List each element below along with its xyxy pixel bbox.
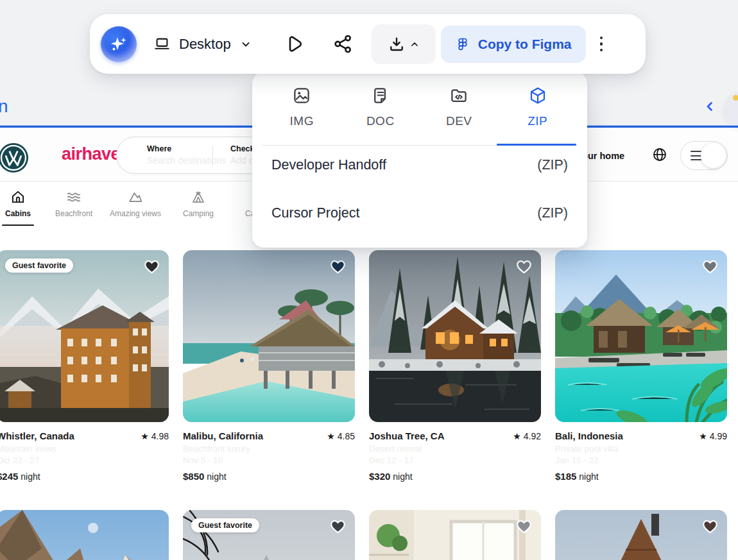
globe-icon <box>652 147 667 162</box>
menu-item-cursor-project[interactable]: Cursor Project (ZIP) <box>271 205 568 221</box>
listing-subtitle: Beachfront luxury <box>183 444 355 454</box>
language-globe-button[interactable] <box>652 147 667 165</box>
ai-assistant-button[interactable] <box>101 26 137 62</box>
listing-photo[interactable] <box>555 510 727 560</box>
listing-dates: Jan 15 - 22 <box>555 455 727 465</box>
listing-photo[interactable]: Guest favorite <box>0 250 169 422</box>
listing-subtitle: Mountain views <box>0 444 169 454</box>
device-label: Desktop <box>179 36 231 53</box>
photo-mountain-hotel <box>0 250 169 422</box>
export-tabs: IMG DOC DEV <box>262 86 577 128</box>
photo-pool-villa <box>555 250 727 422</box>
image-icon <box>292 86 311 105</box>
menu-item-format: (ZIP) <box>537 205 568 221</box>
listing-card[interactable] <box>555 510 727 560</box>
listing-card[interactable]: Guest favorite <box>183 510 355 560</box>
tab-zip[interactable]: ZIP <box>499 86 578 128</box>
share-button[interactable] <box>332 33 354 55</box>
listing-photo[interactable] <box>369 250 541 422</box>
export-dropdown: IMG DOC DEV <box>252 72 587 248</box>
category-camping[interactable]: Camping <box>179 189 218 218</box>
cabin-icon <box>10 189 26 205</box>
hamburger-icon <box>691 151 701 164</box>
category-cabins[interactable]: Cabins <box>2 189 34 218</box>
tab-dev[interactable]: DEV <box>420 86 499 128</box>
menu-item-developer-handoff[interactable]: Developer Handoff (ZIP) <box>271 157 568 173</box>
search-where-segment[interactable]: Where Search destinations <box>147 144 226 165</box>
chevron-down-icon <box>239 38 252 51</box>
listing-card[interactable] <box>369 510 541 560</box>
category-label: Camping <box>179 209 218 218</box>
listing-subtitle: Desert retreat <box>369 444 541 454</box>
listing-meta: Bali, Indonesia ★ 4.99 Private pool vill… <box>555 422 727 482</box>
star-icon: ★ <box>327 431 335 441</box>
tent-icon <box>190 189 207 205</box>
listing-meta: Joshua Tree, CA ★ 4.92 Desert retreat De… <box>369 422 541 482</box>
listing-photo[interactable] <box>0 510 169 560</box>
guest-favorite-badge: Guest favorite <box>191 518 259 532</box>
chevron-left-icon <box>702 99 717 114</box>
edge-floating-dot-icon <box>733 95 738 101</box>
overlay-toolbar: Desktop <box>90 14 646 74</box>
copy-to-figma-button[interactable]: Copy to Figma <box>441 26 586 63</box>
listing-dates: Oct 22 - 27 <box>0 455 169 465</box>
active-tab-underline <box>497 144 576 146</box>
listing-card[interactable] <box>0 510 169 560</box>
screenshot-canvas: n airhaven Where Search destinations Che… <box>0 0 738 560</box>
tab-img[interactable]: IMG <box>262 86 341 128</box>
figma-icon <box>455 37 470 52</box>
heart-icon[interactable] <box>701 518 719 535</box>
heart-icon[interactable] <box>329 518 347 535</box>
listing-price: $245 night <box>0 471 169 482</box>
category-label: Beachfront <box>53 209 95 218</box>
tab-doc[interactable]: DOC <box>341 86 420 128</box>
brand-logo-icon[interactable] <box>0 143 28 173</box>
heart-icon[interactable] <box>143 258 160 275</box>
sparkle-icon <box>108 33 130 55</box>
copy-to-figma-label: Copy to Figma <box>478 37 572 52</box>
listing-photo[interactable] <box>555 250 727 422</box>
download-icon <box>388 35 406 53</box>
listing-meta: Whistler, Canada ★ 4.98 Mountain views O… <box>0 422 169 482</box>
heart-icon[interactable] <box>329 258 347 275</box>
listing-photo[interactable] <box>183 250 355 422</box>
listing-card[interactable]: Bali, Indonesia ★ 4.99 Private pool vill… <box>555 250 727 482</box>
category-amazing-views[interactable]: Amazing views <box>108 189 163 218</box>
listing-title: Malibu, California <box>183 430 263 441</box>
photo-snowy-lodge <box>369 250 541 422</box>
more-options-button[interactable] <box>600 37 603 52</box>
listing-card[interactable]: Joshua Tree, CA ★ 4.92 Desert retreat De… <box>369 250 541 482</box>
listing-title: Whistler, Canada <box>0 430 74 441</box>
heart-icon[interactable] <box>515 258 533 275</box>
heart-icon[interactable] <box>701 258 719 275</box>
category-label: Cabins <box>2 209 34 218</box>
listing-subtitle: Private pool villa <box>555 444 727 454</box>
listing-rating: ★ 4.85 <box>327 431 355 441</box>
cube-icon <box>528 86 547 105</box>
guest-favorite-badge: Guest favorite <box>5 259 73 273</box>
download-button[interactable] <box>372 24 436 64</box>
preview-button[interactable] <box>283 33 304 55</box>
avatar <box>701 143 726 168</box>
search-divider <box>212 146 213 165</box>
listing-card[interactable]: Guest favorite Whistler, Canada ★ 4.98 M… <box>0 250 169 482</box>
menu-item-label: Cursor Project <box>271 205 359 221</box>
laptop-icon <box>153 35 171 53</box>
listing-card[interactable]: Malibu, California ★ 4.85 Beachfront lux… <box>183 250 355 482</box>
user-menu-button[interactable] <box>680 141 728 170</box>
photo-beach-hut <box>183 250 355 422</box>
tab-label: DOC <box>341 114 420 128</box>
listing-dates: Nov 5 - 10 <box>183 455 355 465</box>
listing-photo[interactable] <box>369 510 541 560</box>
category-active-underline <box>2 225 34 226</box>
collapse-chevron-button[interactable] <box>702 99 717 117</box>
heart-icon[interactable] <box>515 518 533 535</box>
listing-dates: Dec 12 - 17 <box>369 455 541 465</box>
listing-rating: ★ 4.92 <box>513 431 541 441</box>
share-icon <box>332 33 354 55</box>
device-selector[interactable]: Desktop <box>153 35 252 53</box>
listing-price: $320 night <box>369 471 541 482</box>
category-beachfront[interactable]: Beachfront <box>53 189 95 218</box>
listing-price: $850 night <box>183 471 355 482</box>
listing-photo[interactable]: Guest favorite <box>183 510 355 560</box>
